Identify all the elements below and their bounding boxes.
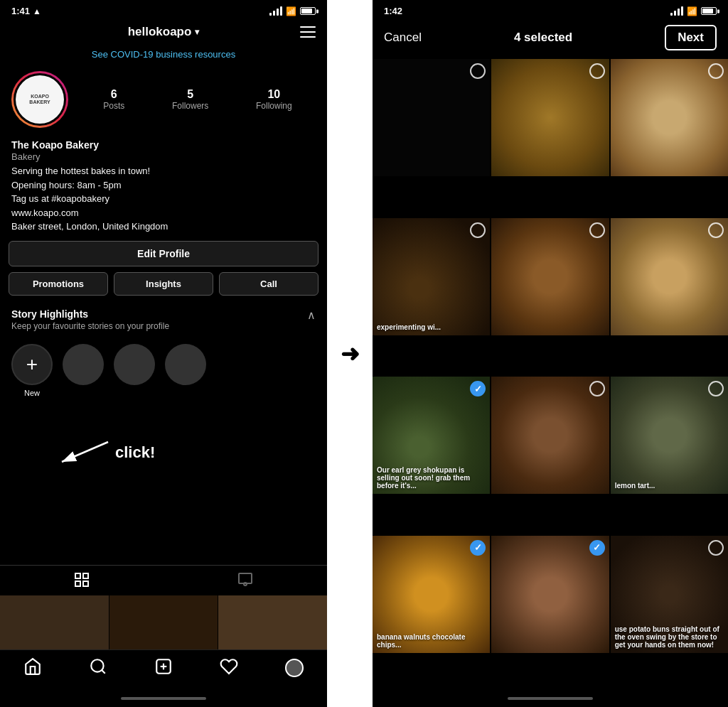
click-label: click! (115, 443, 155, 462)
posts-count: 6 (103, 88, 124, 101)
photo-cell-1[interactable] (373, 59, 490, 176)
edit-profile-button[interactable]: Edit Profile (9, 241, 318, 266)
promotions-button[interactable]: Promotions (9, 272, 108, 296)
select-circle-12[interactable] (708, 540, 724, 556)
arrow-divider: ➜ (327, 0, 373, 707)
photo-cell-8[interactable] (491, 377, 609, 494)
post-thumb-1[interactable] (0, 595, 109, 649)
post-thumb-2[interactable] (109, 595, 218, 649)
select-circle-5[interactable] (589, 222, 605, 238)
select-circle-6[interactable] (708, 222, 724, 238)
photo-cell-10[interactable]: banana walnuts chocolate chips... (373, 536, 490, 653)
left-panel: 1:41 ▲ 📶 hellokoapo ▾ See COVID-19 busin… (0, 0, 327, 707)
select-circle-2[interactable] (589, 63, 605, 79)
post-thumbnails (0, 595, 327, 649)
hamburger-button[interactable] (300, 26, 316, 38)
photo-cell-4[interactable]: experimenting wi... (373, 218, 490, 335)
new-highlight-label: New (24, 389, 40, 397)
photo-cell-6[interactable] (611, 218, 728, 335)
chevron-down-icon: ▾ (195, 27, 199, 37)
photo-caption-9: lemon tart... (615, 482, 655, 490)
wifi-icon: 📶 (286, 6, 296, 16)
photo-cell-2[interactable] (491, 59, 609, 176)
select-circle-8[interactable] (589, 381, 605, 396)
bio-line-1: Serving the hottest bakes in town! (11, 164, 316, 178)
posts-stat[interactable]: 6 Posts (103, 88, 124, 111)
grid-tab[interactable] (73, 571, 90, 593)
right-signal-icon (670, 6, 683, 16)
right-time: 1:42 (384, 6, 402, 16)
svg-line-9 (102, 670, 105, 674)
avatar[interactable]: KOAPO BAKERY (11, 71, 68, 128)
select-circle-9[interactable] (708, 381, 724, 396)
profile-tab[interactable] (237, 571, 254, 593)
highlight-3[interactable] (165, 344, 206, 385)
select-circle-10[interactable] (470, 540, 486, 556)
heart-nav-button[interactable] (220, 657, 238, 679)
photo-caption-12: use potato buns straight out of the oven… (615, 625, 721, 649)
highlight-1[interactable] (63, 344, 104, 385)
right-panel: 1:42 📶 Cancel 4 selected Next (373, 0, 728, 707)
story-highlights-title: Story Highlights (11, 308, 169, 320)
click-arrow-svg (51, 435, 115, 470)
insights-button[interactable]: Insights (114, 272, 213, 296)
transition-arrow: ➜ (341, 340, 360, 367)
svg-line-1 (62, 442, 108, 462)
select-circle-4[interactable] (470, 222, 486, 238)
svg-rect-4 (75, 581, 80, 586)
photo-cell-11[interactable] (491, 536, 609, 653)
new-highlight[interactable]: + New (11, 344, 53, 397)
collapse-icon[interactable]: ∧ (307, 308, 316, 322)
battery-icon (300, 7, 316, 15)
profile-header: hellokoapo ▾ (0, 19, 327, 45)
profile-name: The Koapo Bakery (11, 139, 316, 151)
highlight-2[interactable] (114, 344, 155, 385)
svg-rect-3 (83, 573, 88, 578)
avatar-logo: KOAPO BAKERY (16, 75, 64, 124)
post-thumb-3[interactable] (218, 595, 327, 649)
svg-rect-2 (75, 573, 80, 578)
view-tabs (0, 565, 327, 595)
photo-cell-7[interactable]: Our earl grey shokupan is selling out so… (373, 377, 490, 494)
story-highlights-section: Story Highlights Keep your favourite sto… (0, 301, 327, 335)
username-area[interactable]: hellokoapo ▾ (128, 25, 200, 39)
right-wifi-icon: 📶 (687, 6, 697, 16)
profile-info: The Koapo Bakery Bakery Serving the hott… (0, 135, 327, 241)
search-nav-button[interactable] (89, 657, 107, 679)
home-nav-button[interactable] (23, 657, 42, 679)
add-nav-button[interactable] (154, 657, 173, 679)
followers-stat[interactable]: 5 Followers (172, 88, 208, 111)
profile-nav-button[interactable] (285, 659, 304, 677)
highlights-row: + New (0, 335, 327, 401)
click-annotation: click! (51, 435, 155, 470)
add-highlight-button[interactable]: + (11, 344, 53, 385)
following-stat[interactable]: 10 Following (256, 88, 292, 111)
photo-cell-5[interactable] (491, 218, 609, 335)
action-buttons: Edit Profile Promotions Insights Call (0, 241, 327, 301)
select-circle-11[interactable] (589, 540, 605, 556)
covid-banner[interactable]: See COVID-19 business resources (0, 45, 327, 64)
next-button[interactable]: Next (665, 25, 717, 50)
photo-cell-9[interactable]: lemon tart... (611, 377, 728, 494)
followers-label: Followers (172, 101, 208, 111)
bio-line-4: www.koapo.com (11, 206, 316, 220)
tab-bar (0, 565, 327, 707)
bio-line-3: Tag us at #koapobakery (11, 192, 316, 206)
photo-caption-7: Our earl grey shokupan is selling out so… (377, 466, 483, 490)
selected-count-label: 4 selected (514, 31, 572, 45)
profile-category: Bakery (11, 151, 316, 162)
right-header: Cancel 4 selected Next (373, 19, 728, 59)
cancel-button[interactable]: Cancel (384, 31, 422, 45)
right-home-indicator (373, 693, 728, 707)
call-button[interactable]: Call (219, 272, 318, 296)
stats-area: 6 Posts 5 Followers 10 Following (80, 88, 316, 111)
story-highlights-subtitle: Keep your favourite stories on your prof… (11, 321, 169, 331)
svg-rect-5 (83, 581, 88, 586)
profile-bio: Serving the hottest bakes in town! Openi… (11, 164, 316, 234)
right-status-bar: 1:42 📶 (373, 0, 728, 19)
photo-cell-12[interactable]: use potato buns straight out of the oven… (611, 536, 728, 653)
photo-cell-3[interactable] (611, 59, 728, 176)
select-circle-3[interactable] (708, 63, 724, 79)
secondary-buttons: Promotions Insights Call (9, 272, 318, 296)
username-label: hellokoapo (128, 25, 192, 39)
